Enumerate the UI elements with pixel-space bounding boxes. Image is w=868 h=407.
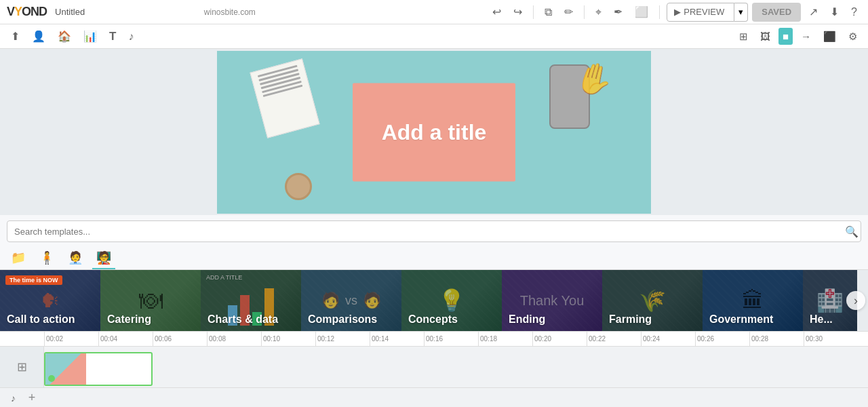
ruler-mark: 00:14 bbox=[370, 332, 424, 347]
template-ending[interactable]: Thank You Ending bbox=[502, 270, 602, 331]
share-button[interactable]: ↗ bbox=[805, 3, 822, 21]
color-button[interactable]: ■ bbox=[778, 28, 793, 45]
tab-folder[interactable]: 📁 bbox=[7, 248, 30, 269]
shapes-button[interactable]: ⌖ bbox=[591, 3, 606, 21]
template-label-government: Government bbox=[709, 313, 773, 326]
template-call-to-action[interactable]: 🗣 The time is NOW Call to action bbox=[0, 270, 100, 331]
template-farming[interactable]: 🌾 Farming bbox=[602, 270, 703, 331]
preview-icon: ▶ bbox=[674, 7, 681, 17]
add-scene-button[interactable]: + bbox=[24, 390, 40, 406]
app-logo: VYOND bbox=[7, 5, 47, 19]
template-charts-data[interactable]: ADD A TITLE Charts & data bbox=[201, 270, 301, 331]
ruler-mark: 00:24 bbox=[641, 332, 695, 347]
canvas-background: Add a title ✋ bbox=[217, 51, 651, 214]
template-label-concepts: Concepts bbox=[408, 313, 458, 326]
draw-button[interactable]: ✒ bbox=[610, 3, 627, 21]
search-button[interactable]: 🔍 bbox=[842, 222, 861, 241]
ruler-mark: 00:12 bbox=[315, 332, 370, 347]
music-button[interactable]: ♪ bbox=[124, 28, 138, 45]
coffee-decoration bbox=[285, 173, 312, 200]
clip-marker bbox=[48, 375, 55, 382]
copy-button[interactable]: ⧉ bbox=[540, 3, 556, 21]
ruler-mark: 00:28 bbox=[749, 332, 804, 347]
secondary-toolbar: ⬆ 👤 🏠 📊 T ♪ ⊞ 🖼 ■ → ⬛ ⚙ bbox=[0, 24, 868, 49]
video-button[interactable]: ⬛ bbox=[819, 28, 840, 45]
templates-strip-wrapper: 🗣 The time is NOW Call to action 🍽 Cater… bbox=[0, 270, 868, 331]
canvas-preview[interactable]: Add a title ✋ bbox=[217, 51, 651, 214]
ruler-mark: 00:06 bbox=[153, 332, 207, 347]
template-comparisons[interactable]: 🧑 vs 🧑 Comparisons bbox=[301, 270, 401, 331]
ruler-mark: 00:02 bbox=[44, 332, 98, 347]
website-url: winosbite.com bbox=[204, 7, 256, 17]
edit-button[interactable]: ✏ bbox=[560, 3, 577, 21]
download-button[interactable]: ⬇ bbox=[826, 3, 843, 21]
timeline: 00:02 00:04 00:06 00:08 00:10 00:12 00:1… bbox=[0, 331, 868, 387]
template-government[interactable]: 🏛 Government bbox=[703, 270, 803, 331]
category-tabs: 📁 🧍 🧑‍💼 🧑‍🏫 bbox=[7, 248, 861, 269]
title-block[interactable]: Add a title bbox=[353, 83, 515, 181]
search-row: 🔍 bbox=[7, 220, 861, 242]
top-bar: VYOND Untitled winosbite.com ↩ ↪ ⧉ ✏ ⌖ ✒… bbox=[0, 0, 868, 24]
transition-button[interactable]: → bbox=[797, 28, 815, 45]
prop-button[interactable]: 🏠 bbox=[54, 27, 75, 45]
settings-button[interactable]: ⚙ bbox=[844, 28, 861, 45]
text-button[interactable]: T bbox=[105, 27, 120, 46]
bottom-bar: ♪ + bbox=[0, 387, 868, 407]
ruler-mark: 00:08 bbox=[207, 332, 261, 347]
preview-dropdown-button[interactable]: ▾ bbox=[734, 3, 748, 22]
ruler-mark: 00:18 bbox=[478, 332, 532, 347]
document-title[interactable]: Untitled bbox=[55, 7, 85, 17]
template-label-ending: Ending bbox=[509, 313, 545, 326]
notebook-decoration bbox=[250, 58, 319, 138]
preview-button[interactable]: ▶ PREVIEW bbox=[667, 3, 734, 22]
ruler-mark: 00:22 bbox=[587, 332, 641, 347]
divider3 bbox=[659, 5, 660, 19]
template-label-farming: Farming bbox=[609, 313, 652, 326]
topbar-actions: ↩ ↪ ⧉ ✏ ⌖ ✒ ⬜ ▶ PREVIEW ▾ SAVED ↗ ⬇ ? bbox=[488, 3, 861, 22]
right-toolbar: ⊞ 🖼 ■ → ⬛ ⚙ bbox=[735, 28, 861, 45]
clip-block[interactable] bbox=[44, 352, 153, 386]
layout-button[interactable]: ⊞ bbox=[735, 28, 752, 45]
image-button[interactable]: 🖼 bbox=[756, 28, 774, 45]
timeline-expand-button[interactable]: ⊞ bbox=[0, 347, 44, 387]
tab-presenter[interactable]: 🧑‍🏫 bbox=[92, 248, 115, 269]
template-catering[interactable]: 🍽 Catering bbox=[100, 270, 201, 331]
help-button[interactable]: ? bbox=[847, 3, 861, 21]
ruler-mark: 00:26 bbox=[695, 332, 749, 347]
template-label-health: He... bbox=[810, 313, 833, 326]
ruler-mark: 00:10 bbox=[261, 332, 315, 347]
ruler-mark: 00:30 bbox=[804, 332, 858, 347]
redo-button[interactable]: ↪ bbox=[509, 3, 526, 21]
template-label-catering: Catering bbox=[107, 313, 151, 326]
music-track-button[interactable]: ♪ bbox=[7, 391, 20, 405]
template-label-comparisons: Comparisons bbox=[308, 313, 377, 326]
template-panel: 🔍 📁 🧍 🧑‍💼 🧑‍🏫 bbox=[0, 215, 868, 270]
templates-strip: 🗣 The time is NOW Call to action 🍽 Cater… bbox=[0, 270, 868, 331]
divider1 bbox=[533, 5, 534, 19]
ruler-mark: 00:20 bbox=[532, 332, 587, 347]
undo-button[interactable]: ↩ bbox=[488, 3, 505, 21]
template-label-call: Call to action bbox=[7, 313, 75, 326]
template-label-charts: Charts & data bbox=[208, 313, 278, 326]
tab-standing[interactable]: 🧍 bbox=[35, 248, 58, 269]
timeline-tracks: ⊞ ✕ bbox=[0, 347, 868, 387]
canvas-area[interactable]: Add a title ✋ bbox=[0, 49, 868, 215]
ruler-mark: 00:04 bbox=[98, 332, 153, 347]
upload-button[interactable]: ⬆ bbox=[7, 27, 24, 45]
crop-button[interactable]: ⬜ bbox=[631, 3, 652, 21]
ruler-marks: 00:02 00:04 00:06 00:08 00:10 00:12 00:1… bbox=[44, 332, 858, 347]
canvas-title[interactable]: Add a title bbox=[382, 119, 487, 144]
divider2 bbox=[584, 5, 585, 19]
search-input[interactable] bbox=[7, 220, 861, 242]
ruler-mark: 00:16 bbox=[424, 332, 478, 347]
timeline-ruler: 00:02 00:04 00:06 00:08 00:10 00:12 00:1… bbox=[0, 332, 868, 347]
tab-sitting[interactable]: 🧑‍💼 bbox=[64, 248, 87, 269]
chart-button[interactable]: 📊 bbox=[79, 27, 101, 45]
character-button[interactable]: 👤 bbox=[28, 27, 50, 45]
timeline-content[interactable]: ✕ bbox=[44, 347, 868, 387]
next-template-button[interactable]: › bbox=[846, 291, 865, 310]
preview-label: PREVIEW bbox=[684, 7, 724, 17]
template-concepts[interactable]: 💡 Concepts bbox=[401, 270, 502, 331]
saved-button: SAVED bbox=[752, 3, 801, 22]
